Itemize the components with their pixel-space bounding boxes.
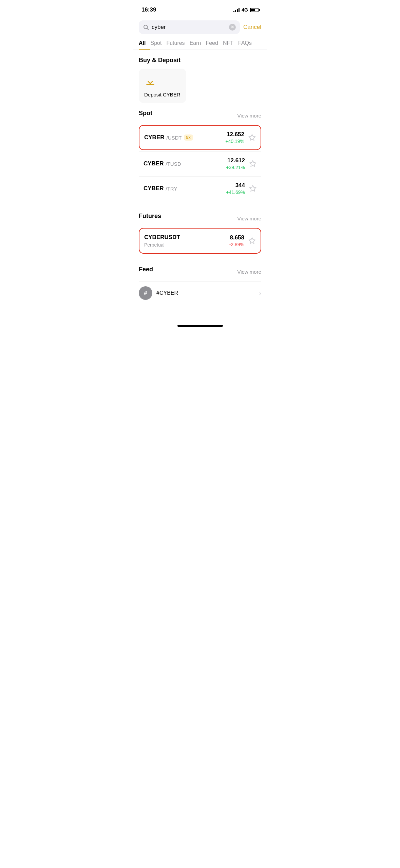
deposit-icon — [144, 75, 156, 88]
feed-item-cyber[interactable]: # #CYBER › — [139, 282, 261, 305]
svg-marker-7 — [249, 238, 255, 243]
price-info-cyber-tusd: 12.612 +39.21% — [226, 157, 245, 170]
tab-futures[interactable]: Futures — [166, 37, 189, 50]
chevron-right-icon: › — [259, 290, 261, 297]
pair-info-cyber-usdt: CYBER /USDT 5x — [144, 134, 193, 141]
search-input[interactable]: cyber — [152, 24, 226, 31]
star-icon[interactable] — [248, 237, 256, 245]
svg-marker-4 — [249, 134, 255, 140]
futures-view-more[interactable]: View more — [237, 216, 261, 221]
search-bar[interactable]: cyber ✕ — [139, 20, 240, 34]
price-value: 12.612 — [227, 157, 245, 164]
buy-deposit-title: Buy & Deposit — [139, 57, 261, 64]
spot-row-cyber-usdt[interactable]: CYBER /USDT 5x 12.652 +40.19% — [139, 125, 261, 150]
futures-price-value: 8.658 — [230, 234, 244, 241]
deposit-label: Deposit CYBER — [144, 92, 180, 97]
spot-section: Spot View more CYBER /USDT 5x 12.652 +40… — [133, 103, 267, 200]
tab-spot[interactable]: Spot — [150, 37, 166, 50]
futures-pair-info: CYBERUSDT Perpetual — [144, 234, 180, 248]
pair-quote: /TRY — [166, 186, 177, 192]
tab-feed[interactable]: Feed — [206, 37, 223, 50]
network-label: 4G — [242, 7, 248, 13]
feed-title: Feed — [139, 266, 153, 273]
feed-section-header: Feed View more — [139, 266, 261, 278]
tab-nft[interactable]: NFT — [223, 37, 238, 50]
feed-avatar: # — [139, 286, 152, 300]
status-icons: 4G — [233, 7, 260, 13]
futures-type: Perpetual — [144, 242, 180, 248]
pair-quote: /TUSD — [166, 161, 181, 167]
spot-row-cyber-try[interactable]: CYBER /TRY 344 +41.69% — [139, 177, 261, 200]
svg-marker-3 — [148, 78, 153, 84]
price-change: +41.69% — [226, 189, 245, 195]
svg-marker-6 — [250, 185, 256, 191]
search-container: cyber ✕ Cancel — [133, 18, 267, 37]
status-time: 16:39 — [141, 6, 156, 13]
search-icon — [143, 24, 149, 30]
pair-info-cyber-tusd: CYBER /TUSD — [144, 160, 181, 167]
cancel-button[interactable]: Cancel — [243, 24, 261, 31]
futures-price-info: 8.658 -2.89% — [229, 234, 244, 247]
futures-section-header: Futures View more — [139, 213, 261, 224]
feed-section: Feed View more # #CYBER › — [133, 259, 267, 305]
tab-earn[interactable]: Earn — [190, 37, 206, 50]
svg-point-0 — [144, 25, 148, 29]
tab-all[interactable]: All — [139, 37, 150, 50]
feed-view-more[interactable]: View more — [237, 269, 261, 275]
pair-base: CYBER — [144, 160, 164, 167]
spot-view-more[interactable]: View more — [237, 113, 261, 119]
leverage-badge: 5x — [184, 134, 193, 141]
futures-title: Futures — [139, 213, 161, 220]
svg-marker-5 — [250, 161, 256, 166]
battery-icon — [250, 8, 260, 12]
price-info-cyber-try: 344 +41.69% — [226, 182, 245, 195]
futures-row-cyberusdt[interactable]: CYBERUSDT Perpetual 8.658 -2.89% — [139, 228, 261, 254]
buy-deposit-section: Buy & Deposit Deposit CYBER — [133, 50, 267, 103]
star-icon[interactable] — [248, 134, 256, 141]
price-change: +39.21% — [226, 165, 245, 170]
tab-faqs[interactable]: FAQs — [238, 37, 256, 50]
feed-tag: #CYBER — [156, 290, 178, 296]
price-change: +40.19% — [225, 139, 244, 144]
spot-title: Spot — [139, 110, 152, 117]
home-bar — [177, 325, 223, 327]
futures-section: Futures View more CYBERUSDT Perpetual 8.… — [133, 206, 267, 254]
pair-base: CYBER — [144, 185, 164, 192]
price-info-cyber-usdt: 12.652 +40.19% — [225, 131, 244, 144]
svg-rect-2 — [146, 84, 154, 85]
star-icon[interactable] — [249, 185, 256, 192]
status-bar: 16:39 4G — [133, 0, 267, 18]
signal-icon — [233, 7, 240, 12]
pair-quote: /USDT — [167, 135, 182, 141]
svg-line-1 — [147, 29, 149, 30]
price-value: 12.652 — [227, 131, 244, 138]
home-indicator — [133, 318, 267, 329]
futures-price-change: -2.89% — [229, 242, 244, 247]
price-value: 344 — [235, 182, 245, 189]
clear-button[interactable]: ✕ — [229, 24, 236, 31]
spot-row-cyber-tusd[interactable]: CYBER /TUSD 12.612 +39.21% — [139, 152, 261, 176]
tabs-container: All Spot Futures Earn Feed NFT FAQs — [133, 37, 267, 50]
pair-info-cyber-try: CYBER /TRY — [144, 185, 177, 192]
star-icon[interactable] — [249, 160, 256, 167]
futures-pair-name: CYBERUSDT — [144, 234, 180, 241]
spot-section-header: Spot View more — [139, 110, 261, 122]
pair-base: CYBER — [144, 134, 165, 141]
deposit-card[interactable]: Deposit CYBER — [139, 69, 186, 103]
